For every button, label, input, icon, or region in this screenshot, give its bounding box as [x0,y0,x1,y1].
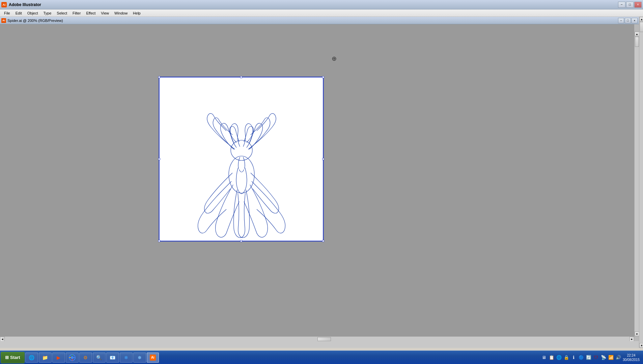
taskbar-outlook[interactable]: 📧 [106,353,119,363]
taskbar-lookup[interactable]: 🔍 [93,353,106,363]
clock-date: 30/08/2015 [623,358,640,362]
document-title-bar: Ai Spider.ai @ 200% (RGB/Preview) − □ × [0,17,639,24]
menu-bar: FileEditObjectTypeSelectFilterEffectView… [0,9,643,17]
media-icon: ▶ [55,354,62,361]
taskbar-snow2[interactable]: ❅ [133,353,146,363]
title-bar: Ai Adobe Illustrator − □ × [0,0,643,9]
taskbar-chrome[interactable] [66,353,79,363]
document-scrollbar-bottom[interactable]: ◄ ► [0,336,634,341]
menu-item-help[interactable]: Help [130,10,143,16]
start-icon: ⊞ [5,355,9,360]
scroll-down-button[interactable]: ▼ [635,332,639,336]
ie-icon: 🌐 [28,354,35,361]
main-scroll-up[interactable]: ▲ [639,17,643,22]
menu-item-object[interactable]: Object [25,10,41,16]
tray-network1[interactable]: 📋 [549,355,555,361]
app-icon: Ai [1,2,7,7]
system-tray: 🖥 📋 🌐 🔒 ℹ 🔵 🔄 🛡 📡 📶 🔊 22:24 30/08/2015 [538,351,642,364]
menu-item-select[interactable]: Select [54,10,70,16]
taskbar-app1[interactable]: ⚙ [79,353,92,363]
snow1-icon: ❄ [123,354,130,361]
scroll-track-bottom[interactable] [5,337,630,341]
menu-item-edit[interactable]: Edit [13,10,25,16]
folder-icon: 📁 [42,354,49,361]
taskbar-snow1[interactable]: ❄ [120,353,133,363]
app1-icon: ⚙ [82,354,89,361]
canvas-area[interactable]: ▲ ▼ ◄ ► [0,24,639,341]
doc-close-button[interactable]: × [632,18,638,23]
menu-item-file[interactable]: File [1,10,13,16]
document-title-left: Ai Spider.ai @ 200% (RGB/Preview) [1,18,63,23]
main-scroll-down[interactable]: ▼ [639,343,643,348]
system-clock[interactable]: 22:24 30/08/2015 [623,353,640,362]
scroll-left-button[interactable]: ◄ [0,337,5,341]
canvas-background [0,24,634,336]
document-scrollbar-right[interactable]: ▲ ▼ [634,32,639,336]
menu-item-view[interactable]: View [98,10,112,16]
menu-item-filter[interactable]: Filter [70,10,83,16]
start-label: Start [10,355,20,360]
clock-time: 22:24 [623,353,640,358]
spider-svg [159,77,324,242]
title-bar-left: Ai Adobe Illustrator [1,2,41,7]
tray-av[interactable]: 🛡 [593,355,599,361]
tray-monitor[interactable]: 🖥 [541,355,547,361]
svg-point-3 [71,356,74,359]
tray-volume[interactable]: 🔊 [615,355,621,361]
app-title: Adobe Illustrator [9,2,41,7]
menu-item-type[interactable]: Type [41,10,54,16]
snow2-icon: ❅ [136,354,143,361]
taskbar-folder[interactable]: 📁 [39,353,52,363]
tray-sync[interactable]: 🔄 [586,355,592,361]
artboard [159,77,324,242]
scroll-up-button[interactable]: ▲ [635,32,639,36]
taskbar-ai[interactable]: Ai [147,353,159,363]
spider-artwork [159,77,324,241]
doc-restore-button[interactable]: □ [625,18,631,23]
title-controls: − □ × [618,2,642,8]
taskbar-ie[interactable]: 🌐 [25,353,38,363]
tray-bluetooth[interactable]: 🔵 [578,355,584,361]
main-scroll-thumb[interactable] [640,22,643,32]
tray-network3[interactable]: 📶 [608,355,614,361]
scroll-thumb-bottom[interactable] [317,337,331,341]
doc-minimize-button[interactable]: − [618,18,624,23]
restore-button[interactable]: □ [626,2,634,8]
scroll-track-right[interactable] [635,36,639,332]
minimize-button[interactable]: − [618,2,625,8]
svg-point-0 [229,156,254,193]
ai-icon: Ai [150,355,156,361]
main-scroll-track[interactable] [639,22,643,343]
scroll-right-button[interactable]: ► [630,337,634,341]
menu-item-window[interactable]: Window [112,10,130,16]
document-title: Spider.ai @ 200% (RGB/Preview) [7,19,63,23]
outlook-icon: 📧 [109,354,116,361]
tray-info[interactable]: ℹ [571,355,577,361]
tray-security[interactable]: 🔒 [563,355,569,361]
menu-item-effect[interactable]: Effect [83,10,98,16]
lookup-icon: 🔍 [96,354,103,361]
document-icon: Ai [1,18,6,23]
start-button[interactable]: ⊞ Start [1,352,25,363]
taskbar: ⊞ Start 🌐 📁 ▶ ⚙ 🔍 📧 ❄ ❅ [0,351,643,364]
tray-network2[interactable]: 🌐 [556,355,562,361]
close-button[interactable]: × [634,2,642,8]
main-scrollbar-right[interactable]: ▲ ▼ [639,17,643,348]
document-title-controls: − □ × [618,18,638,23]
chrome-icon [69,354,76,361]
document-window: Ai Spider.ai @ 200% (RGB/Preview) − □ × [0,17,639,348]
scroll-thumb-right[interactable] [635,37,639,47]
tray-app[interactable]: 📡 [600,355,607,361]
taskbar-media[interactable]: ▶ [52,353,65,363]
